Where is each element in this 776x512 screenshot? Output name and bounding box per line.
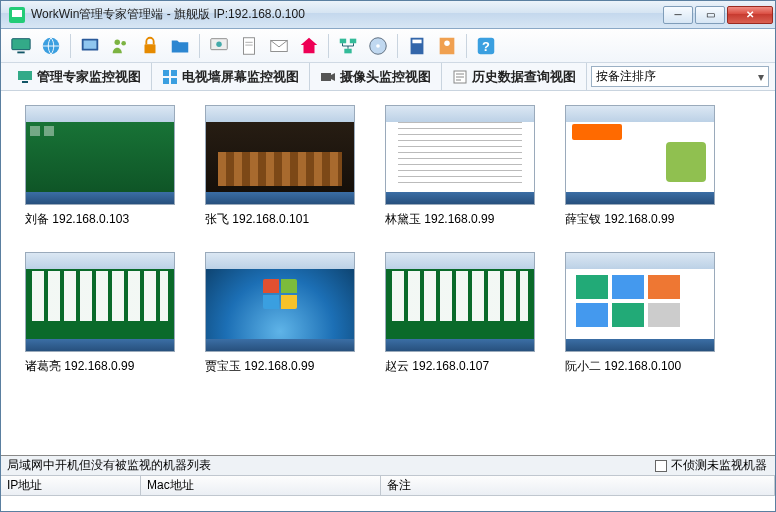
- thumbnail-item[interactable]: 赵云 192.168.0.107: [385, 252, 535, 375]
- tab-history[interactable]: 历史数据查询视图: [442, 63, 587, 90]
- thumbnail-item[interactable]: 薛宝钗 192.168.0.99: [565, 105, 715, 228]
- tab-tvwall[interactable]: 电视墙屏幕监控视图: [152, 63, 310, 90]
- thumbnail-label: 阮小二 192.168.0.100: [565, 358, 715, 375]
- thumbnail-screenshot: [25, 252, 175, 352]
- svg-rect-2: [12, 38, 30, 49]
- grid-icon: [162, 69, 178, 85]
- main-toolbar: ?: [1, 29, 775, 63]
- svg-point-20: [376, 44, 380, 48]
- svg-rect-1: [12, 10, 22, 17]
- svg-rect-30: [171, 70, 177, 76]
- thumbnail-screenshot: [565, 252, 715, 352]
- thumbnail-label: 薛宝钗 192.168.0.99: [565, 211, 715, 228]
- svg-rect-16: [340, 38, 346, 43]
- unmonitored-title: 局域网中开机但没有被监视的机器列表: [1, 457, 655, 474]
- camera-icon: [320, 69, 336, 85]
- thumbnail-screenshot: [205, 105, 355, 205]
- tab-label: 管理专家监控视图: [37, 68, 141, 86]
- svg-rect-29: [163, 70, 169, 76]
- tab-label: 摄像头监控视图: [340, 68, 431, 86]
- thumbnail-screenshot: [385, 252, 535, 352]
- toolbar-mail-icon[interactable]: [265, 32, 293, 60]
- checkbox-icon: [655, 460, 667, 472]
- toolbar-network-icon[interactable]: [334, 32, 362, 60]
- thumbnail-screenshot: [385, 105, 535, 205]
- tab-label: 历史数据查询视图: [472, 68, 576, 86]
- svg-rect-9: [145, 44, 156, 53]
- svg-rect-33: [321, 73, 331, 81]
- sort-dropdown[interactable]: 按备注排序: [591, 66, 769, 87]
- svg-rect-3: [17, 51, 24, 53]
- maximize-button[interactable]: ▭: [695, 6, 725, 24]
- thumbnail-label: 刘备 192.168.0.103: [25, 211, 175, 228]
- toolbar-book-icon[interactable]: [403, 32, 431, 60]
- svg-point-11: [216, 41, 222, 47]
- svg-rect-27: [18, 71, 32, 80]
- close-button[interactable]: ✕: [727, 6, 773, 24]
- tab-camera[interactable]: 摄像头监控视图: [310, 63, 442, 90]
- thumbnail-item[interactable]: 阮小二 192.168.0.100: [565, 252, 715, 375]
- history-icon: [452, 69, 468, 85]
- toolbar-display-icon[interactable]: [205, 32, 233, 60]
- toolbar-disc-icon[interactable]: [364, 32, 392, 60]
- tab-expert-monitor[interactable]: 管理专家监控视图: [7, 63, 152, 90]
- window-title: WorkWin管理专家管理端 - 旗舰版 IP:192.168.0.100: [31, 6, 663, 23]
- thumbnail-item[interactable]: 张飞 192.168.0.101: [205, 105, 355, 228]
- col-remark[interactable]: 备注: [381, 476, 775, 495]
- view-tabs: 管理专家监控视图 电视墙屏幕监控视图 摄像头监控视图 历史数据查询视图 按备注排…: [1, 63, 775, 91]
- app-icon: [9, 7, 25, 23]
- thumbnail-label: 林黛玉 192.168.0.99: [385, 211, 535, 228]
- thumbnail-label: 贾宝玉 192.168.0.99: [205, 358, 355, 375]
- minimize-button[interactable]: ─: [663, 6, 693, 24]
- toolbar-screen-icon[interactable]: [76, 32, 104, 60]
- toolbar-home-icon[interactable]: [295, 32, 323, 60]
- thumbnail-screenshot: [205, 252, 355, 352]
- toolbar-contact-icon[interactable]: [433, 32, 461, 60]
- svg-rect-31: [163, 78, 169, 84]
- thumbnail-screenshot: [25, 105, 175, 205]
- unmonitored-columns: IP地址 Mac地址 备注: [1, 476, 775, 496]
- toolbar-help-icon[interactable]: ?: [472, 32, 500, 60]
- col-ip[interactable]: IP地址: [1, 476, 141, 495]
- title-bar: WorkWin管理专家管理端 - 旗舰版 IP:192.168.0.100 ─ …: [1, 1, 775, 29]
- svg-rect-22: [412, 39, 421, 43]
- toolbar-folder-icon[interactable]: [166, 32, 194, 60]
- svg-rect-28: [22, 81, 28, 83]
- sort-selected: 按备注排序: [596, 68, 656, 85]
- thumbnail-item[interactable]: 诸葛亮 192.168.0.99: [25, 252, 175, 375]
- svg-rect-6: [84, 40, 97, 48]
- checkbox-label: 不侦测未监视机器: [671, 457, 767, 474]
- thumbnail-item[interactable]: 刘备 192.168.0.103: [25, 105, 175, 228]
- svg-rect-18: [344, 48, 351, 53]
- toolbar-monitor-icon[interactable]: [7, 32, 35, 60]
- toolbar-document-icon[interactable]: [235, 32, 263, 60]
- thumbnail-grid: 刘备 192.168.0.103张飞 192.168.0.101林黛玉 192.…: [1, 91, 775, 455]
- tab-label: 电视墙屏幕监控视图: [182, 68, 299, 86]
- monitor-icon: [17, 69, 33, 85]
- thumbnail-label: 诸葛亮 192.168.0.99: [25, 358, 175, 375]
- svg-rect-17: [350, 38, 356, 43]
- thumbnail-screenshot: [565, 105, 715, 205]
- thumbnail-label: 赵云 192.168.0.107: [385, 358, 535, 375]
- thumbnail-item[interactable]: 林黛玉 192.168.0.99: [385, 105, 535, 228]
- thumbnail-item[interactable]: 贾宝玉 192.168.0.99: [205, 252, 355, 375]
- toolbar-lock-icon[interactable]: [136, 32, 164, 60]
- toolbar-globe-icon[interactable]: [37, 32, 65, 60]
- svg-text:?: ?: [482, 38, 490, 53]
- svg-point-7: [115, 39, 121, 45]
- svg-point-8: [121, 40, 126, 45]
- svg-rect-12: [244, 37, 255, 54]
- col-mac[interactable]: Mac地址: [141, 476, 381, 495]
- thumbnail-label: 张飞 192.168.0.101: [205, 211, 355, 228]
- unmonitored-panel: 局域网中开机但没有被监视的机器列表 不侦测未监视机器 IP地址 Mac地址 备注: [1, 455, 775, 496]
- disable-detect-checkbox[interactable]: 不侦测未监视机器: [655, 457, 775, 474]
- svg-point-24: [444, 40, 450, 46]
- svg-rect-32: [171, 78, 177, 84]
- toolbar-users-icon[interactable]: [106, 32, 134, 60]
